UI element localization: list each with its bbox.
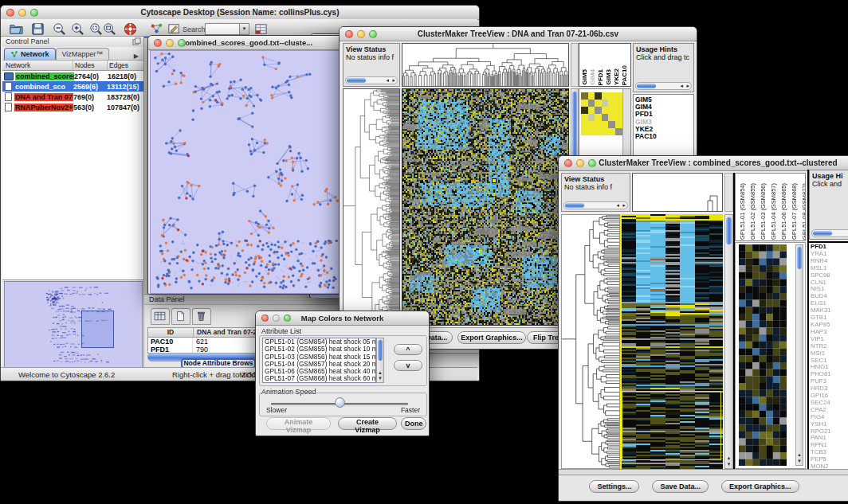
column-dendrogram-canvas[interactable] (633, 174, 722, 211)
scroll-right-icon[interactable]: ▸ (686, 83, 689, 89)
move-up-button[interactable]: ^ (394, 344, 422, 355)
animation-speed-group: Slower Faster (259, 393, 427, 416)
usage-hints-scrollbar[interactable]: ◂▸ (635, 82, 692, 90)
close-icon[interactable] (6, 9, 14, 17)
attribute-list-label: Attribute List (261, 327, 301, 335)
treeview-button[interactable]: Save Data... (652, 480, 709, 493)
matrix-cell (615, 128, 622, 135)
done-button[interactable]: Done (401, 417, 426, 430)
similarity-matrix[interactable] (581, 92, 622, 135)
column-header-nodes[interactable]: Nodes (73, 61, 108, 70)
gene-label: MON2 (809, 463, 848, 469)
treeview-button[interactable]: Export Graphics... (721, 480, 799, 493)
scroll-down-icon[interactable]: ▼ (796, 459, 803, 464)
usage-hints-text: Click and drag tc (636, 53, 689, 61)
matrix-cell (595, 128, 602, 135)
global-vscrollbar[interactable]: ▲ ▼ (724, 214, 733, 469)
close-icon[interactable] (154, 39, 162, 47)
zoom-heatmap-canvas[interactable] (739, 244, 787, 466)
zoom-window-icon[interactable] (30, 9, 38, 17)
close-icon[interactable] (564, 159, 572, 167)
zoom-window-icon[interactable] (284, 315, 291, 322)
tab-vizmapper[interactable]: VizMapper™ (56, 48, 110, 60)
network1-canvas[interactable] (150, 50, 344, 294)
column-header-id[interactable]: ID (148, 328, 194, 337)
view-status-scrollbar[interactable]: ◂▸ (345, 76, 398, 84)
column-dendrogram-canvas[interactable] (402, 44, 568, 86)
close-icon[interactable] (261, 315, 269, 322)
network-overview-canvas[interactable] (4, 281, 143, 369)
network-list-row[interactable]: combined_sco2569(6)13112(15) (2, 81, 143, 92)
treeview-button[interactable]: Settings... (589, 480, 639, 493)
column-header-edges[interactable]: Edges (108, 61, 143, 70)
column-label: GPL51-01 (GSM854) (738, 183, 747, 240)
zoom-window-icon[interactable] (369, 30, 377, 38)
create-attribute-button[interactable] (171, 308, 190, 325)
usage-hints-panel: Usage Hi Click and ◂▸ (809, 170, 848, 240)
create-vizmap-button[interactable]: Create Vizmap (338, 417, 397, 430)
zoom-out-button[interactable] (51, 21, 67, 37)
usage-hints-scrollbar[interactable]: ◂▸ (811, 229, 848, 237)
row-dendrogram-canvas[interactable] (344, 89, 399, 325)
column-labels-panel: GIM5GIM4PFD1GIM3YKE2PAC10 (579, 43, 631, 87)
minimize-icon[interactable] (18, 9, 26, 17)
network-list-row[interactable]: DNA and Tran 07769(0)183728(0) (2, 92, 143, 102)
scroll-left-icon[interactable]: ◂ (386, 77, 389, 84)
delete-attribute-button[interactable] (192, 308, 211, 325)
minimize-icon[interactable] (166, 39, 174, 47)
close-icon[interactable] (345, 30, 353, 38)
row-dendrogram-canvas[interactable] (562, 215, 619, 468)
tab-overflow-arrow[interactable]: ▶ (131, 53, 142, 60)
network1-titlebar[interactable]: combined_scores_good.txt--cluste... (148, 36, 345, 50)
scroll-up-icon[interactable]: ▲ (725, 455, 732, 461)
speed-slider-thumb[interactable] (335, 397, 345, 408)
zoom-window-icon[interactable] (178, 39, 186, 47)
minimize-icon[interactable] (357, 30, 365, 38)
scroll-left-icon[interactable]: ◂ (616, 202, 619, 209)
matrix-cell (602, 128, 609, 135)
save-session-button[interactable] (29, 21, 45, 37)
select-attributes-button[interactable] (151, 308, 170, 325)
treeview1-titlebar[interactable]: ClusterMaker TreeView : DNA and Tran 07-… (340, 27, 697, 41)
scroll-down-icon[interactable]: ▼ (725, 462, 732, 467)
treeview-button[interactable]: Export Graphics... (457, 331, 526, 344)
zoom-window-icon[interactable] (588, 159, 596, 167)
search-dropdown-arrow[interactable]: ▼ (239, 23, 249, 35)
move-down-button[interactable]: v (394, 360, 422, 371)
scroll-down-icon[interactable]: ▼ (377, 376, 383, 381)
zoom-fit-icon (102, 21, 117, 37)
minimize-icon[interactable] (273, 315, 280, 322)
network-list-row[interactable]: RNAPuberNov2+!563(0)107847(0) (2, 102, 143, 112)
zoom-in-button[interactable] (69, 21, 85, 37)
help-button[interactable] (122, 21, 138, 37)
lifesaver-help-icon (123, 21, 138, 37)
zoom-vscrollbar[interactable]: ▲ ▼ (795, 244, 803, 466)
main-titlebar[interactable]: Cytoscape Desktop (Session Name: collins… (1, 6, 479, 20)
open-session-button[interactable] (8, 21, 24, 37)
treeview2-titlebar[interactable]: ClusterMaker TreeView : combined_scores_… (559, 156, 848, 171)
tab-network[interactable]: Network (4, 48, 56, 60)
dialog-titlebar[interactable]: Map Colors to Network (256, 311, 429, 326)
column-header-network[interactable]: Network (2, 61, 73, 70)
scroll-right-icon[interactable]: ▸ (622, 202, 626, 209)
scroll-up-icon[interactable]: ▲ (796, 452, 803, 458)
matrix-cell (615, 107, 622, 114)
network-list-row[interactable]: combined_scores2764(0)16218(0) (2, 71, 143, 81)
column-label: GPL51-04 (GSM857) (769, 183, 778, 240)
attribute-list-item[interactable]: GPL51-07 (GSM868) heat shock 60 min (265, 375, 375, 382)
global-heatmap-canvas[interactable] (620, 214, 723, 469)
heatmap-canvas[interactable] (402, 89, 568, 325)
attribute-list[interactable]: GPL51-01 (GSM854) heat shock 05 minGPL51… (262, 338, 376, 383)
animate-vizmap-button[interactable]: Animate Vizmap (266, 417, 331, 430)
matrix-cell (588, 100, 595, 107)
view-status-scrollbar[interactable]: ◂▸ (563, 201, 628, 209)
matrix-cell (602, 107, 609, 114)
zoom-fit-button[interactable] (101, 21, 117, 37)
attribute-list-scrollbar[interactable]: ▲ ▼ (376, 338, 384, 383)
scroll-left-icon[interactable]: ◂ (680, 83, 683, 89)
minimize-icon[interactable] (576, 159, 584, 167)
matrix-cell (615, 114, 622, 121)
matrix-cell (588, 92, 595, 100)
scroll-right-icon[interactable]: ▸ (392, 77, 395, 84)
scroll-up-icon[interactable]: ▲ (377, 370, 383, 376)
